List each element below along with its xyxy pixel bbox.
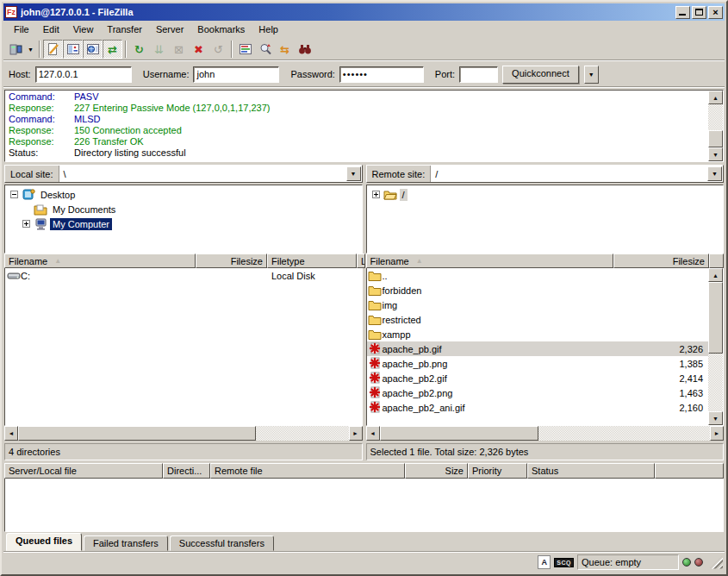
- column-header-filename[interactable]: Filename▲: [366, 254, 613, 268]
- minimize-button[interactable]: [675, 6, 690, 19]
- remote-vertical-scrollbar[interactable]: ▲ ▼: [708, 268, 723, 425]
- filezilla-window: Fz john@127.0.0.1 - FileZilla × File Edi…: [0, 0, 728, 576]
- disconnect-button[interactable]: ✖: [189, 40, 208, 59]
- remote-folder-row[interactable]: ..: [367, 268, 709, 283]
- toggle-message-log-button[interactable]: [43, 40, 63, 59]
- scrollbar-thumb[interactable]: [708, 282, 723, 354]
- toggle-remote-tree-button[interactable]: [83, 40, 103, 59]
- file-name: apache_pb.png: [383, 359, 448, 369]
- username-input[interactable]: john: [193, 66, 279, 83]
- toolbar-separator: [39, 41, 40, 58]
- maximize-button[interactable]: [692, 6, 706, 19]
- green-connection-indicator: [682, 558, 691, 567]
- reconnect-button[interactable]: ↺: [208, 40, 228, 59]
- process-queue-button[interactable]: ⇊: [149, 40, 169, 59]
- expand-icon[interactable]: [22, 220, 30, 228]
- synchronized-browsing-button[interactable]: ⇆: [275, 40, 295, 59]
- menu-transfer[interactable]: Transfer: [100, 22, 149, 36]
- column-header-priority[interactable]: Priority: [468, 463, 527, 479]
- log-vertical-scrollbar[interactable]: ▲ ▼: [708, 91, 723, 161]
- refresh-button[interactable]: ↻: [129, 40, 149, 59]
- menu-server[interactable]: Server: [149, 22, 190, 36]
- scroll-down-icon[interactable]: ▼: [708, 147, 723, 161]
- expand-icon[interactable]: [372, 191, 380, 198]
- local-file-row[interactable]: C: Local Disk: [5, 268, 362, 283]
- column-header-direction[interactable]: Directi...: [163, 463, 210, 479]
- site-manager-dropdown-button[interactable]: ▼: [25, 40, 36, 59]
- port-input[interactable]: [459, 66, 498, 83]
- remote-site-dropdown-button[interactable]: ▼: [707, 166, 722, 181]
- tree-item-root[interactable]: /: [367, 187, 724, 202]
- remote-file-row[interactable]: apache_pb.png 1,385: [367, 356, 709, 371]
- toggle-local-tree-button[interactable]: [63, 40, 83, 59]
- toolbar-separator: [231, 41, 233, 58]
- remote-folder-row[interactable]: xampp: [367, 327, 709, 341]
- remote-file-row[interactable]: apache_pb2.gif 2,414: [367, 371, 709, 385]
- column-header-filetype[interactable]: Filetype: [267, 254, 357, 268]
- host-input[interactable]: 127.0.0.1: [35, 66, 132, 83]
- scroll-up-icon[interactable]: ▲: [708, 268, 723, 282]
- queue-list[interactable]: [4, 479, 724, 532]
- scroll-up-icon[interactable]: ▲: [708, 91, 723, 104]
- column-header-remote-file[interactable]: Remote file: [210, 463, 405, 479]
- tab-queued-files[interactable]: Queued files: [6, 533, 82, 551]
- scrollbar-thumb[interactable]: [18, 426, 256, 441]
- remote-folder-row[interactable]: forbidden: [367, 283, 709, 297]
- quickconnect-button[interactable]: Quickconnect: [502, 66, 579, 84]
- menu-bookmarks[interactable]: Bookmarks: [190, 22, 252, 36]
- tab-successful-transfers[interactable]: Successful transfers: [170, 535, 274, 551]
- remote-file-row[interactable]: apache_pb2_ani.gif 2,160: [367, 400, 709, 415]
- scroll-down-icon[interactable]: ▼: [708, 411, 723, 425]
- menu-view[interactable]: View: [66, 22, 101, 36]
- remote-site-combo[interactable]: / ▼: [431, 166, 723, 182]
- statusbar: A SCQ Queue: empty: [3, 552, 725, 573]
- file-name: xampp: [383, 329, 411, 340]
- scrollbar-thumb[interactable]: [708, 130, 723, 147]
- collapse-icon[interactable]: [10, 191, 18, 198]
- password-input[interactable]: ••••••: [339, 66, 424, 83]
- scrollbar-thumb[interactable]: [380, 426, 538, 441]
- tree-item-my-documents[interactable]: My Documents: [5, 202, 362, 216]
- remote-file-row-selected[interactable]: apache_pb.gif 2,326: [367, 341, 709, 356]
- column-header-server-local-file[interactable]: Server/Local file: [4, 463, 163, 479]
- column-header-size[interactable]: Size: [405, 463, 468, 479]
- column-header-filesize[interactable]: Filesize: [196, 254, 267, 268]
- tree-item-desktop[interactable]: Desktop: [5, 187, 362, 202]
- scroll-right-icon[interactable]: ►: [710, 426, 724, 441]
- speedlimit-badge[interactable]: SCQ: [554, 558, 574, 567]
- transfer-type-indicator[interactable]: A: [538, 555, 551, 569]
- cancel-operation-button[interactable]: ⊠: [169, 40, 189, 59]
- directory-filters-button[interactable]: [235, 40, 255, 59]
- desktop-icon: [22, 188, 35, 201]
- port-label: Port:: [435, 69, 455, 79]
- local-site-combo[interactable]: \ ▼: [59, 166, 362, 182]
- remote-horizontal-scrollbar[interactable]: ◄ ►: [366, 426, 725, 441]
- remote-folder-row[interactable]: restricted: [367, 312, 709, 327]
- remote-folder-row[interactable]: img: [367, 297, 709, 312]
- log-text: 150 Connection accepted: [74, 125, 182, 136]
- quickconnect-dropdown-button[interactable]: ▼: [584, 66, 599, 84]
- local-site-dropdown-button[interactable]: ▼: [346, 166, 361, 181]
- scroll-left-icon[interactable]: ◄: [366, 426, 380, 441]
- log-label: Command:: [9, 91, 74, 103]
- local-horizontal-scrollbar[interactable]: ◄ ►: [4, 426, 363, 441]
- menu-edit[interactable]: Edit: [36, 22, 66, 36]
- tree-item-my-computer[interactable]: My Computer: [5, 216, 362, 231]
- directory-comparison-button[interactable]: [255, 40, 275, 59]
- menu-help[interactable]: Help: [252, 22, 285, 36]
- find-files-button[interactable]: [295, 40, 314, 59]
- cancel-icon: ⊠: [174, 44, 184, 55]
- column-header-lastmodified[interactable]: L: [357, 254, 365, 268]
- site-manager-button[interactable]: [5, 40, 25, 59]
- column-header-filesize[interactable]: Filesize: [613, 254, 710, 268]
- remote-file-row[interactable]: apache_pb2.png 1,463: [367, 385, 709, 400]
- toggle-transfer-queue-button[interactable]: ⇄: [103, 40, 122, 59]
- scroll-right-icon[interactable]: ►: [349, 426, 363, 441]
- tab-failed-transfers[interactable]: Failed transfers: [84, 535, 168, 551]
- scroll-left-icon[interactable]: ◄: [4, 426, 18, 441]
- menu-file[interactable]: File: [7, 22, 36, 36]
- column-header-filename[interactable]: Filename▲: [4, 254, 196, 268]
- column-header-status[interactable]: Status: [527, 463, 655, 479]
- resize-grip[interactable]: [710, 556, 723, 569]
- close-button[interactable]: ×: [708, 6, 723, 19]
